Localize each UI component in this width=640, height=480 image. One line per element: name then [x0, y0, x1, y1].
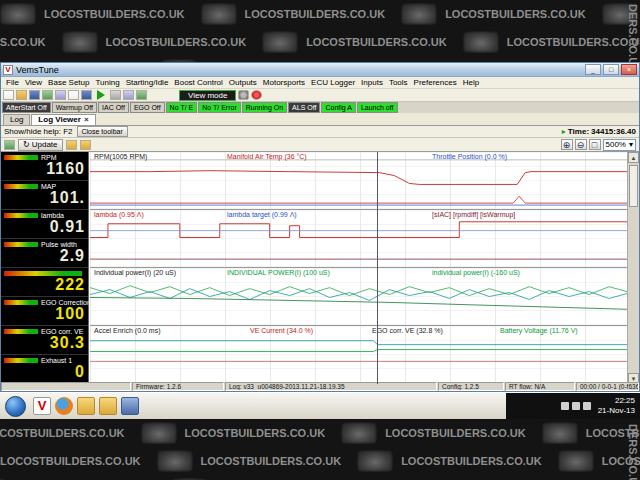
- zoom-out-icon[interactable]: ⊖: [575, 139, 587, 150]
- tray-icon[interactable]: [583, 402, 591, 410]
- gauge-bar: [4, 358, 38, 363]
- minimize-button[interactable]: _: [585, 64, 601, 75]
- chart-label: Individual power(I) (20 uS): [94, 269, 176, 276]
- gauge-value: 100: [4, 307, 85, 321]
- open-log-icon[interactable]: [66, 140, 77, 150]
- menu-item-tools[interactable]: Tools: [386, 78, 411, 87]
- status-running[interactable]: Running On: [242, 102, 287, 113]
- gauge-value: 30.3: [4, 336, 85, 350]
- tab-log-viewer[interactable]: Log Viewer ×: [31, 114, 95, 125]
- burn-config-icon[interactable]: [81, 90, 92, 100]
- scroll-up-icon[interactable]: ▲: [628, 152, 639, 163]
- menu-item-tuning[interactable]: Tuning: [92, 78, 122, 87]
- menu-item-base-setup[interactable]: Base Setup: [45, 78, 92, 87]
- start-button[interactable]: [5, 396, 26, 417]
- watermark-logo: [0, 3, 36, 25]
- zoom-level-select[interactable]: 500% ▾: [603, 139, 636, 151]
- recent-log-icon[interactable]: [80, 140, 91, 150]
- connect-ecu-icon[interactable]: [42, 90, 53, 100]
- new-file-icon[interactable]: [3, 90, 14, 100]
- gauge-rpm[interactable]: RPM 1160: [1, 152, 88, 181]
- status-rt-flow: RT flow: N/A: [505, 382, 575, 391]
- gauge-exhaust-1[interactable]: Exhaust 1 0: [1, 355, 88, 384]
- menu-item-help[interactable]: Help: [460, 78, 482, 87]
- gauge-icon[interactable]: [136, 90, 147, 100]
- status-no-t-e[interactable]: No T/ E: [166, 102, 198, 113]
- save-icon[interactable]: [29, 90, 40, 100]
- chart-row-ignition-power[interactable]: Individual power(I) (20 uS) INDIVIDUAL P…: [90, 268, 627, 326]
- chart-row-rpm[interactable]: RPM(1005 RPM) Manifold Air Temp (36 °C) …: [90, 152, 627, 210]
- play-icon[interactable]: [97, 90, 105, 100]
- folder-icon[interactable]: [99, 397, 117, 415]
- chart-row-lambda[interactable]: lambda (0.95 Λ) lambda target (0.99 Λ) […: [90, 210, 627, 268]
- watermark-logo: [401, 3, 437, 25]
- gauge-ego-correction[interactable]: EGO Correction 100: [1, 297, 88, 326]
- menu-item-boost-control[interactable]: Boost Control: [171, 78, 225, 87]
- status-als[interactable]: ALS Off: [288, 102, 320, 113]
- watermark-text: LOCOSTBUILDERS.CO.UK: [306, 36, 447, 48]
- view-mode-button[interactable]: View mode: [179, 90, 236, 101]
- zoom-controls: ⊕ ⊖ □ 500% ▾: [561, 139, 636, 151]
- scrollbar-thumb[interactable]: [629, 165, 638, 207]
- status-launch[interactable]: Launch off: [357, 102, 398, 113]
- tray-icon[interactable]: [572, 402, 580, 410]
- status-iac[interactable]: IAC Off: [98, 102, 129, 113]
- status-config-version: Config: 1.2.5: [438, 382, 504, 391]
- app-shortcut-icon[interactable]: [121, 397, 139, 415]
- log-viewer-toolbar: ↻ Update ⊕ ⊖ □ 500% ▾: [1, 138, 639, 152]
- gauge-egt[interactable]: 222: [1, 268, 88, 297]
- status-ego[interactable]: EGO Off: [130, 102, 165, 113]
- taskbar-clock[interactable]: 22:25 21-Nov-13: [598, 396, 635, 416]
- gauge-pulse-width[interactable]: Pulse width 2.9: [1, 239, 88, 268]
- gauge-lambda[interactable]: lambda 0.91: [1, 210, 88, 239]
- record-icon[interactable]: [251, 90, 262, 100]
- chart-cursor[interactable]: [377, 152, 378, 384]
- update-button[interactable]: ↻ Update: [18, 139, 63, 151]
- status-warmup[interactable]: Warmup Off: [52, 102, 97, 113]
- read-config-icon[interactable]: [68, 90, 79, 100]
- titlebar[interactable]: V VemsTune _ □ ×: [1, 63, 639, 77]
- gauge-ego-corr-ve[interactable]: EGO corr. VE 30.3: [1, 326, 88, 355]
- log-icon[interactable]: [55, 90, 66, 100]
- menu-item-ecu-logger[interactable]: ECU Logger: [308, 78, 358, 87]
- zoom-window-icon[interactable]: □: [589, 139, 601, 150]
- vemstune-taskbar-icon[interactable]: V: [33, 397, 51, 415]
- chart-label: lambda target (0.99 Λ): [227, 211, 297, 218]
- menu-item-preferences[interactable]: Preferences: [411, 78, 460, 87]
- firefox-icon[interactable]: [55, 397, 73, 415]
- gauge-map[interactable]: MAP 101.: [1, 181, 88, 210]
- chart-label: VE Current (34.0 %): [250, 327, 313, 334]
- menu-item-motorsports[interactable]: Motorsports: [260, 78, 308, 87]
- tab-close-icon[interactable]: ×: [84, 115, 89, 125]
- folder-icon[interactable]: [77, 397, 95, 415]
- close-button[interactable]: ×: [621, 64, 637, 75]
- status-config[interactable]: Config A: [321, 102, 355, 113]
- menu-item-inputs[interactable]: Inputs: [358, 78, 386, 87]
- tab-log-viewer-label: Log Viewer: [38, 115, 81, 125]
- table-icon[interactable]: [123, 90, 134, 100]
- time-label: Time:: [568, 127, 589, 136]
- status-afterstart[interactable]: AfterStart Off: [2, 102, 51, 113]
- chart-strips[interactable]: RPM(1005 RPM) Manifold Air Temp (36 °C) …: [90, 152, 627, 384]
- zoom-in-icon[interactable]: ⊕: [561, 139, 573, 150]
- gauge-label: Exhaust 1: [41, 357, 72, 364]
- taskbar: V 22:25 21-Nov-13: [0, 392, 640, 419]
- gauge-bar: [4, 242, 38, 247]
- chart-row-ve-battery[interactable]: Accel Enrich (0.0 ms) VE Current (34.0 %…: [90, 326, 627, 384]
- status-no-t-error[interactable]: No T/ Error: [198, 102, 241, 113]
- tools-icon[interactable]: [110, 90, 121, 100]
- maximize-button[interactable]: □: [603, 64, 619, 75]
- menu-item-outputs[interactable]: Outputs: [226, 78, 260, 87]
- menu-item-file[interactable]: File: [3, 78, 22, 87]
- open-folder-icon[interactable]: [16, 90, 27, 100]
- tab-log[interactable]: Log: [3, 114, 30, 125]
- close-toolbar-button[interactable]: Close toolbar: [77, 126, 128, 137]
- tachometer-icon[interactable]: [4, 140, 15, 150]
- time-marker-icon: ▸: [562, 127, 566, 136]
- gear-icon[interactable]: [238, 90, 249, 100]
- watermark-logo: [463, 31, 499, 53]
- menu-item-view[interactable]: View: [22, 78, 45, 87]
- tray-icon[interactable]: [561, 402, 569, 410]
- vertical-scrollbar[interactable]: ▲ ▼: [627, 152, 639, 384]
- menu-item-starting-idle[interactable]: Starting/Idle: [123, 78, 172, 87]
